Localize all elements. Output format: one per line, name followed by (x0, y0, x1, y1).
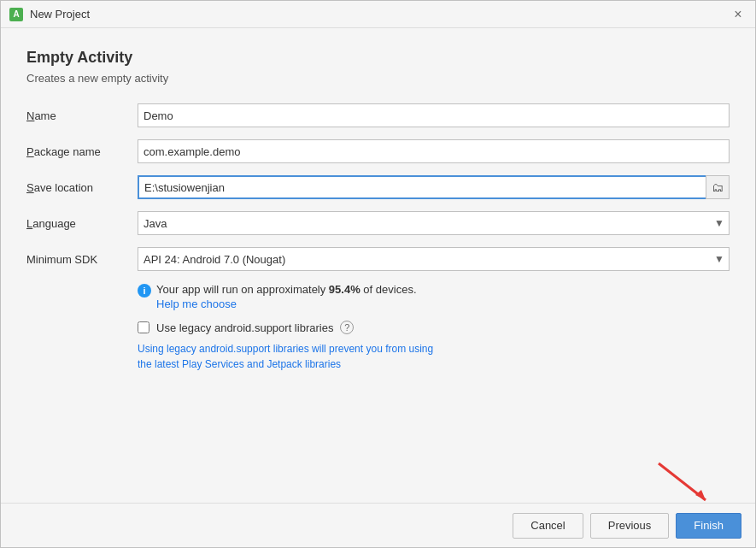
info-content: Your app will run on approximately 95.4%… (156, 283, 417, 310)
location-row: Save location 🗂 (26, 175, 730, 199)
previous-button[interactable]: Previous (590, 513, 670, 539)
location-label: Save location (26, 181, 138, 194)
package-input[interactable] (138, 139, 730, 163)
language-select-wrapper: Java Kotlin ▼ (138, 211, 730, 235)
help-me-choose-link[interactable]: Help me choose (156, 298, 417, 310)
main-content: Empty Activity Creates a new empty activ… (1, 28, 755, 503)
language-row: Language Java Kotlin ▼ (26, 211, 730, 235)
page-title: Empty Activity (26, 49, 730, 67)
location-input[interactable] (138, 175, 706, 199)
folder-icon: 🗂 (712, 180, 724, 194)
device-text-suffix: of devices. (360, 283, 417, 296)
close-button[interactable]: × (730, 6, 747, 23)
name-label: Name (26, 109, 138, 122)
info-box: i Your app will run on approximately 95.… (138, 283, 730, 310)
title-bar: A New Project × (1, 1, 755, 28)
language-label: Language (26, 217, 138, 230)
legacy-checkbox[interactable] (138, 321, 149, 333)
window-title: New Project (30, 8, 90, 21)
sdk-select[interactable]: API 24: Android 7.0 (Nougat) API 21: And… (138, 247, 730, 271)
language-select[interactable]: Java Kotlin (138, 211, 730, 235)
svg-marker-1 (695, 490, 706, 500)
device-info-text: Your app will run on approximately 95.4%… (156, 283, 417, 296)
device-text-prefix: Your app will run on approximately (156, 283, 329, 296)
name-row: Name (26, 103, 730, 127)
sdk-row: Minimum SDK API 24: Android 7.0 (Nougat)… (26, 247, 730, 271)
finish-button[interactable]: Finish (676, 513, 741, 539)
sdk-label: Minimum SDK (26, 253, 138, 266)
info-icon: i (138, 284, 151, 298)
package-row: Package name (26, 139, 730, 163)
cancel-button[interactable]: Cancel (513, 513, 583, 539)
sdk-select-wrapper: API 24: Android 7.0 (Nougat) API 21: And… (138, 247, 730, 271)
legacy-checkbox-label[interactable]: Use legacy android.support libraries (156, 321, 333, 334)
new-project-window: A New Project × Empty Activity Creates a… (0, 0, 756, 548)
device-percentage: 95.4% (329, 283, 360, 296)
footer: Cancel Previous Finish (1, 503, 755, 547)
page-subtitle: Creates a new empty activity (26, 72, 730, 85)
package-label: Package name (26, 145, 138, 158)
location-input-group: 🗂 (138, 175, 730, 199)
legacy-help-icon[interactable]: ? (340, 321, 354, 334)
warning-line2: the latest Play Services and Jetpack lib… (138, 358, 341, 370)
app-icon-letter: A (13, 9, 19, 19)
title-bar-left: A New Project (9, 8, 90, 21)
warning-line1: Using legacy android.support libraries w… (138, 343, 433, 355)
browse-folder-button[interactable]: 🗂 (706, 175, 730, 199)
legacy-checkbox-row: Use legacy android.support libraries ? (138, 321, 730, 334)
finish-arrow-hint (654, 459, 714, 506)
legacy-warning: Using legacy android.support libraries w… (138, 341, 730, 372)
name-input[interactable] (138, 103, 730, 127)
app-icon: A (9, 8, 23, 21)
